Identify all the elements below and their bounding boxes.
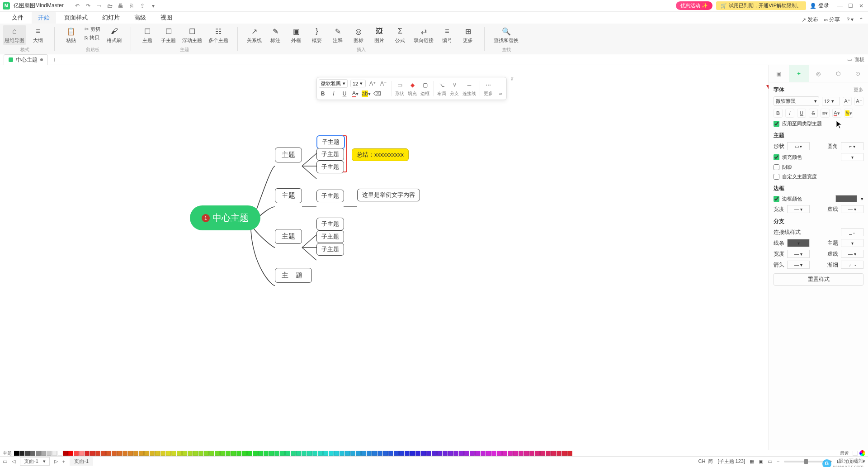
color-swatch[interactable]	[394, 451, 399, 456]
float-highlight[interactable]: ab▾	[362, 90, 370, 98]
print-button[interactable]: ⎘	[128, 2, 135, 10]
undo-button[interactable]: ↶	[74, 2, 81, 10]
color-swatch[interactable]	[383, 451, 388, 456]
color-swatch[interactable]	[285, 451, 290, 456]
rp-shape-select[interactable]: ▭ ▾	[787, 142, 810, 150]
color-swatch[interactable]	[481, 451, 486, 456]
color-swatch[interactable]	[470, 451, 475, 456]
float-font-decrease[interactable]: A⁻	[379, 80, 387, 88]
color-swatch[interactable]	[14, 451, 19, 456]
share-button[interactable]: ∞ 分享	[824, 16, 840, 24]
canvas[interactable]: 微软雅黑 ▾ 12 ▾ A⁺ A⁻ B I U A▾ ab▾ ⌫ ▭形状 ◆填充…	[0, 65, 769, 450]
publish-button[interactable]: ↗ 发布	[802, 16, 818, 24]
color-swatch[interactable]	[25, 451, 30, 456]
redo-button[interactable]: ↷	[85, 2, 92, 10]
color-swatch[interactable]	[323, 451, 328, 456]
rp-tab-task[interactable]: ⏲	[848, 65, 868, 82]
float-fill[interactable]: ◆填充	[408, 81, 417, 97]
color-swatch[interactable]	[155, 451, 160, 456]
color-swatch[interactable]	[448, 451, 453, 456]
color-swatch[interactable]	[90, 451, 95, 456]
color-swatch[interactable]	[491, 451, 496, 456]
menu-start[interactable]: 开始	[32, 12, 56, 24]
float-expand[interactable]: »	[496, 90, 505, 98]
new-button[interactable]: ▭	[95, 2, 103, 10]
float-underline[interactable]: U	[340, 90, 349, 98]
rp-border-swatch[interactable]	[835, 195, 857, 202]
color-swatch[interactable]	[372, 451, 377, 456]
zoom-out[interactable]: −	[777, 459, 779, 464]
topic-button[interactable]: ☐主题	[138, 25, 156, 45]
qat-more-button[interactable]: ▾	[150, 2, 157, 10]
color-swatch[interactable]	[79, 451, 84, 456]
nav-next[interactable]: ▷	[54, 458, 58, 464]
color-swatch[interactable]	[296, 451, 301, 456]
open-button[interactable]: 🗁	[106, 2, 113, 10]
rp-tab-style[interactable]: ✦	[789, 65, 809, 82]
color-swatch[interactable]	[443, 451, 448, 456]
rp-apply-same[interactable]: 应用至同类型主题	[774, 120, 863, 127]
panel-toggle-label[interactable]: 面板	[854, 56, 864, 63]
color-swatch[interactable]	[247, 451, 252, 456]
color-swatch[interactable]	[41, 451, 46, 456]
color-swatch[interactable]	[52, 451, 57, 456]
image-button[interactable]: 🖼图片	[370, 25, 388, 45]
menu-page-style[interactable]: 页面样式	[58, 12, 94, 24]
trial-banner[interactable]: 🛒试用已到期，开通VIP解锁限制。	[716, 1, 806, 10]
color-swatch[interactable]	[193, 451, 198, 456]
float-border[interactable]: ▢边框	[420, 81, 429, 97]
color-swatch[interactable]	[123, 451, 127, 456]
color-swatch[interactable]	[540, 451, 545, 456]
rp-fill-color[interactable]: ▾	[841, 153, 863, 161]
color-swatch[interactable]	[535, 451, 540, 456]
color-swatch[interactable]	[350, 451, 355, 456]
icon-button[interactable]: ◎图标	[349, 25, 368, 45]
color-swatch[interactable]	[139, 451, 144, 456]
float-size-select[interactable]: 12 ▾	[350, 80, 366, 87]
rp-highlight[interactable]: ✎▾	[844, 109, 853, 118]
color-swatch[interactable]	[19, 451, 24, 456]
rp-font-color[interactable]: A▾	[832, 109, 841, 118]
color-swatch[interactable]	[106, 451, 111, 456]
cut-button[interactable]: ✂剪切	[83, 25, 102, 33]
color-swatch[interactable]	[68, 451, 73, 456]
color-swatch[interactable]	[519, 451, 524, 456]
color-swatch[interactable]	[334, 451, 339, 456]
float-italic[interactable]: I	[330, 90, 338, 98]
color-swatch[interactable]	[291, 451, 296, 456]
color-swatch[interactable]	[546, 451, 551, 456]
sub-node-3-2[interactable]: 子主题	[316, 230, 344, 243]
color-swatch[interactable]	[101, 451, 106, 456]
hyperlink-button[interactable]: ⇄双向链接	[412, 25, 435, 45]
float-font-color[interactable]: A▾	[351, 90, 359, 98]
save-button[interactable]: 🖶	[117, 2, 124, 10]
rp-align[interactable]: ≡▾	[821, 109, 830, 118]
rp-strike[interactable]: S	[809, 109, 818, 118]
mode-mindmap-button[interactable]: ⌂思维导图	[3, 25, 26, 45]
rp-branch-width-select[interactable]: — ▾	[787, 250, 810, 258]
color-swatch[interactable]	[367, 451, 372, 456]
color-swatch[interactable]	[112, 451, 117, 456]
view-mode-2[interactable]: ▣	[759, 458, 763, 464]
rp-border-dash-select[interactable]: — ▾	[841, 205, 863, 213]
nav-prev[interactable]: ◁	[12, 458, 15, 464]
multiple-topic-button[interactable]: ☷多个主题	[207, 25, 230, 45]
color-swatch[interactable]	[453, 451, 458, 456]
rp-corner-select[interactable]: ⌐ ▾	[841, 142, 863, 150]
color-swatch[interactable]	[557, 451, 561, 456]
float-clear-format[interactable]: ⌫	[373, 90, 381, 98]
sub-node-1-1[interactable]: 子主题	[316, 135, 345, 149]
color-swatch[interactable]	[226, 451, 231, 456]
rp-custom-width-check[interactable]: 自定义主题宽度	[774, 173, 863, 180]
color-swatch[interactable]	[502, 451, 507, 456]
color-swatch[interactable]	[57, 451, 62, 456]
color-swatch[interactable]	[513, 451, 518, 456]
sub-node-2-1[interactable]: 子主题	[316, 190, 344, 202]
promo-pill[interactable]: 优惠活动 ✨	[676, 1, 712, 10]
floating-topic-button[interactable]: ☐浮动主题	[180, 25, 204, 45]
main-node-4[interactable]: 主 题	[275, 268, 312, 283]
rp-bold[interactable]: B	[774, 109, 783, 118]
color-swatch[interactable]	[133, 451, 138, 456]
color-swatch[interactable]	[215, 451, 220, 456]
color-swatch[interactable]	[329, 451, 334, 456]
